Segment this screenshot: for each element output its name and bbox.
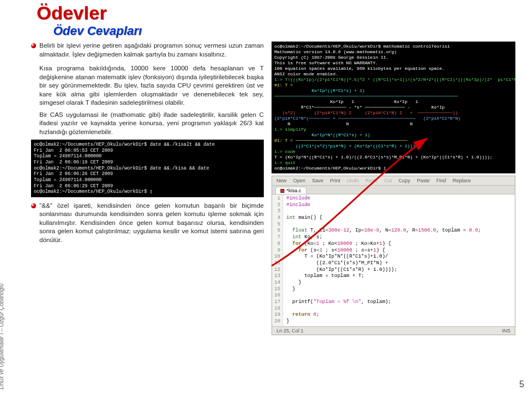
insert-mode: INS: [502, 328, 510, 334]
terminal-right: oc@olmak2:~/Documents/HEP_Okulu/workDir$…: [272, 42, 515, 173]
toolbar-save[interactable]: Save: [312, 178, 324, 183]
code-area[interactable]: 1 2 3 4 5 6 7 8 9 10 11 12 13 14 15 16 1…: [272, 194, 515, 326]
cursor-position: Ln 25, Col 1: [277, 328, 304, 334]
editor-statusbar: Ln 25, Col 1 INS: [272, 326, 515, 335]
editor-tabs: *kisa.c: [272, 186, 515, 194]
left-column: Belirli bir işlevi yerine getiren aşağıd…: [31, 42, 264, 335]
terminal-left: oc@olmak2:~/Documents/HEP_Okulu/workDir$…: [31, 140, 264, 197]
toolbar-undo[interactable]: Undo: [347, 178, 359, 183]
toolbar-redo[interactable]: Redo: [366, 178, 378, 183]
paragraph-3: Bir CAS uygulamasi ile (mathomatic gibi)…: [39, 111, 264, 137]
paragraph-4: "&&" özel işareti, kendisinden önce gele…: [39, 202, 264, 245]
bullet-icon: [31, 203, 36, 208]
toolbar-new[interactable]: New: [277, 178, 287, 183]
source-code: #include #include int main() { float T, …: [283, 194, 515, 326]
toolbar-open[interactable]: Open: [293, 178, 305, 183]
toolbar-cut[interactable]: Cut: [384, 178, 392, 183]
toolbar-copy[interactable]: Copy: [398, 178, 410, 183]
bullet-icon: [31, 43, 36, 48]
page-content: Ödevler Ödev Cevapları Belirli bir işlev…: [31, 0, 530, 395]
toolbar-print[interactable]: Print: [330, 178, 341, 183]
page-subtitle: Ödev Cevapları: [53, 24, 530, 38]
paragraph-1: Belirli bir işlevi yerine getiren aşağıd…: [39, 42, 264, 59]
toolbar-paste[interactable]: Paste: [417, 178, 429, 183]
page-title: Ödevler: [37, 2, 530, 24]
file-icon: [280, 189, 284, 193]
toolbar-replace[interactable]: Replace: [453, 178, 471, 183]
sidebar-vertical-text: Hızlandırıcı ve Yüksek Enerji Fiziği içi…: [4, 0, 27, 395]
toolbar-find[interactable]: Find: [436, 178, 446, 183]
right-column: oc@olmak2:~/Documents/HEP_Okulu/workDir$…: [272, 42, 515, 335]
paragraph-2: Kısa programa bakıldığında, 10000 kere 1…: [39, 64, 264, 107]
page-number: 5: [519, 379, 524, 389]
tab-kisa-c[interactable]: *kisa.c: [275, 187, 306, 194]
editor-toolbar: New Open Save Print Undo Redo Cut Copy P…: [272, 176, 515, 186]
code-editor: New Open Save Print Undo Redo Cut Copy P…: [272, 176, 515, 335]
gutter: 1 2 3 4 5 6 7 8 9 10 11 12 13 14 15 16 1…: [272, 194, 283, 326]
